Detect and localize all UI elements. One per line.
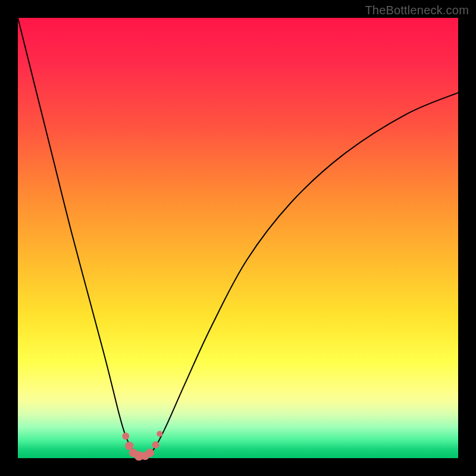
curve-marker [152, 441, 159, 449]
chart-frame: TheBottleneck.com [0, 0, 476, 476]
curve-marker [156, 431, 162, 437]
curve-marker [125, 441, 133, 450]
bottleneck-curve [18, 18, 458, 456]
curve-marker [146, 449, 154, 457]
chart-svg [18, 18, 458, 458]
plot-area [18, 18, 458, 458]
curve-markers [122, 431, 162, 461]
watermark-text: TheBottleneck.com [365, 4, 469, 17]
curve-marker [122, 433, 129, 440]
